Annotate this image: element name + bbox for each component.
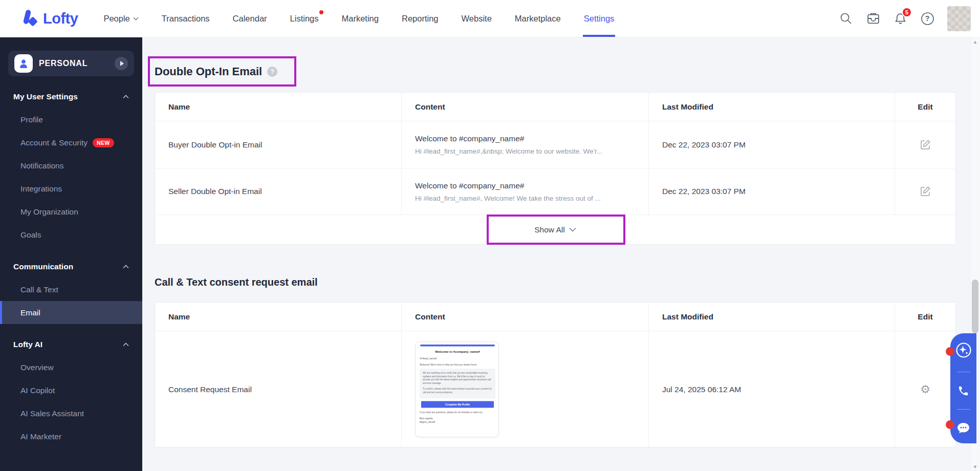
sidebar-item-my-organization[interactable]: My Organization (0, 200, 142, 223)
row-name: Seller Double Opt-in Email (155, 168, 402, 215)
scroll-down-button[interactable]: ▼ (970, 462, 980, 471)
logo[interactable]: Lofty (20, 8, 78, 29)
sidebar-item-ai-copilot[interactable]: AI Copilot (0, 379, 142, 402)
section-title-label: My User Settings (13, 92, 78, 101)
sidebar-item-goals[interactable]: Goals (0, 223, 142, 246)
sidebar-item-account-security[interactable]: Account & Security NEW (0, 131, 142, 154)
nav-item-transactions[interactable]: Transactions (161, 0, 211, 37)
sidebar-list: Call & Text Email (0, 278, 142, 324)
nav-item-label: Reporting (402, 14, 439, 24)
annotation-box: Double Opt-In Email ? (148, 56, 296, 87)
chevron-up-icon (123, 265, 129, 269)
email-title: Welcome to #company_name# (420, 350, 495, 354)
sidebar-item-label: AI Copilot (20, 386, 55, 395)
sidebar-item-label: Email (20, 308, 40, 317)
table-row: Consent Request Email Welcome to #compan… (155, 331, 955, 447)
nav-item-people[interactable]: People (102, 0, 139, 37)
row-content: Welcome to #company_name# Hi #lead_first… (402, 121, 649, 168)
notification-dot (946, 347, 954, 356)
sidebar-item-email[interactable]: Email (0, 301, 142, 324)
sidebar-item-label: Overview (20, 363, 54, 372)
nav-item-listings[interactable]: Listings (289, 0, 320, 37)
sidebar-item-label: AI Marketer (20, 432, 61, 441)
email-preview: Welcome to #company_name# Hi #lead_name#… (416, 342, 499, 437)
nav-item-marketplace[interactable]: Marketplace (514, 0, 562, 37)
nav-item-marketing[interactable]: Marketing (341, 0, 380, 37)
nav-item-calendar[interactable]: Calendar (232, 0, 268, 37)
nav-item-label: Calendar (233, 14, 267, 24)
nav-item-label: Marketplace (515, 14, 561, 24)
edit-button[interactable] (918, 137, 933, 153)
sidebar-section-lofty-ai[interactable]: Lofty AI (0, 338, 142, 351)
nav-item-reporting[interactable]: Reporting (401, 0, 440, 37)
sidebar-item-call-text[interactable]: Call & Text (0, 278, 142, 301)
show-all-label: Show All (534, 225, 564, 234)
show-all-button[interactable]: Show All (155, 215, 955, 244)
ai-assistant-button[interactable] (954, 341, 973, 359)
edit-icon (919, 139, 931, 151)
quick-actions-panel (950, 333, 976, 443)
column-header-name: Name (155, 303, 402, 331)
row-name: Consent Request Email (155, 331, 402, 447)
column-header-content: Content (402, 303, 649, 331)
sidebar-item-ai-sales-assistant[interactable]: AI Sales Assistant (0, 402, 142, 425)
nav-actions: 5 ? (839, 6, 971, 31)
account-switcher[interactable]: PERSONAL (8, 51, 134, 76)
sidebar-item-label: AI Sales Assistant (20, 409, 84, 418)
email-body: To confirm, please click the button belo… (423, 387, 492, 394)
section-title: Call & Text consent request email (155, 276, 318, 288)
chat-button[interactable] (956, 422, 970, 435)
column-header-edit: Edit (895, 303, 955, 331)
chevron-down-icon (569, 227, 576, 232)
sidebar-section-my-user-settings[interactable]: My User Settings (0, 91, 142, 103)
help-circle-icon[interactable]: ? (267, 67, 277, 77)
scroll-up-button[interactable]: ▲ (970, 37, 980, 46)
notification-badge: 5 (902, 7, 912, 17)
email-cta-button: Complete My Profile (421, 401, 494, 408)
page-title: Double Opt-In Email (155, 65, 262, 78)
row-content: Welcome to #company_name# Hi #lead_name#… (402, 331, 649, 447)
row-last-modified: Dec 22, 2023 03:07 PM (649, 168, 895, 215)
notification-dot (319, 10, 323, 14)
help-icon[interactable]: ? (920, 11, 934, 26)
table-header: Name Content Last Modified Edit (155, 93, 955, 121)
sidebar-item-label: Profile (20, 115, 43, 124)
nav-item-settings[interactable]: Settings (583, 0, 616, 37)
avatar[interactable] (947, 6, 971, 31)
sidebar-item-notifications[interactable]: Notifications (0, 154, 142, 177)
primary-nav: People Transactions Calendar Listings Ma… (102, 0, 615, 37)
sidebar-section-communication[interactable]: Communication (0, 261, 142, 273)
sidebar-item-overview[interactable]: Overview (0, 356, 142, 379)
email-header-bar (420, 345, 495, 347)
top-nav: Lofty People Transactions Calendar Listi… (0, 0, 980, 37)
row-last-modified: Jul 24, 2025 06:12 AM (649, 331, 895, 447)
new-badge: NEW (93, 138, 114, 147)
content-preview: Hi #lead_first_name#,&nbsp; Welcome to o… (415, 147, 648, 155)
email-outro: If you have any questions, please do not… (420, 411, 495, 414)
content-preview: Hi #lead_first_name#, Welcome! We take t… (415, 195, 648, 202)
sidebar-item-ai-marketer[interactable]: AI Marketer (0, 425, 142, 448)
nav-item-website[interactable]: Website (461, 0, 493, 37)
sidebar-item-profile[interactable]: Profile (0, 108, 142, 131)
email-signoff: #agent_name# (420, 420, 495, 423)
sidebar-item-label: Notifications (20, 161, 63, 170)
chevron-right-icon (115, 57, 128, 70)
edit-icon (919, 185, 931, 198)
table-row: Seller Double Opt-in Email Welcome to #c… (155, 168, 955, 215)
table-header: Name Content Last Modified Edit (155, 303, 955, 331)
call-button[interactable] (957, 385, 969, 397)
email-preview-thumbnail[interactable]: Welcome to #company_name# Hi #lead_name#… (415, 341, 499, 437)
nav-item-label: People (103, 14, 129, 24)
bell-icon[interactable]: 5 (893, 11, 907, 26)
edit-button[interactable] (918, 184, 933, 199)
divider (957, 409, 970, 410)
row-last-modified: Dec 22, 2023 03:07 PM (649, 121, 895, 168)
inbox-icon[interactable] (866, 11, 880, 26)
content-title: Welcome to #company_name# (415, 181, 648, 190)
gear-icon[interactable]: ⚙ (920, 384, 930, 395)
sidebar-item-integrations[interactable]: Integrations (0, 177, 142, 200)
scrollbar-thumb[interactable] (972, 280, 978, 333)
search-icon[interactable] (839, 11, 853, 26)
email-highlight-box: We are reaching out to verify that you a… (420, 369, 495, 399)
double-opt-in-email-table: Name Content Last Modified Edit Buyer Do… (155, 92, 956, 245)
